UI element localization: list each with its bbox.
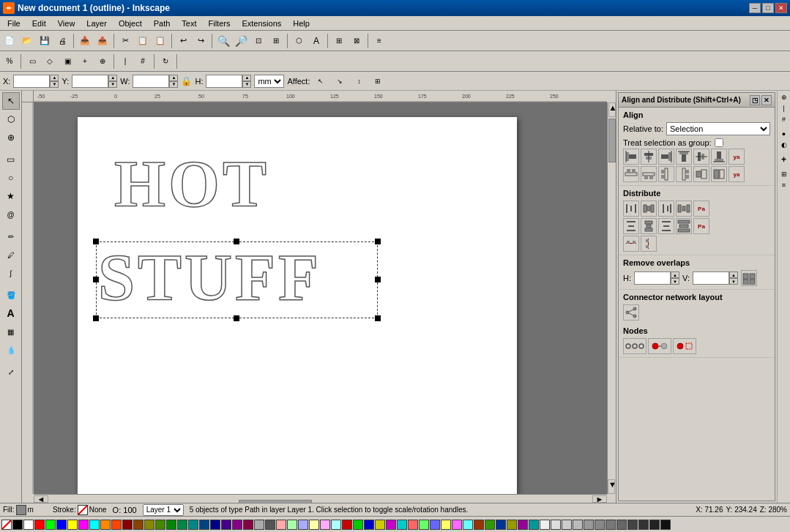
bucket-tool-button[interactable]: 🪣 xyxy=(2,286,20,304)
color-swatch-0000cc[interactable] xyxy=(364,520,374,530)
color-swatch-00cccc[interactable] xyxy=(397,520,407,530)
rts-color-button[interactable]: ● xyxy=(779,129,789,139)
dist-gaps-vert-button[interactable] xyxy=(676,218,692,234)
color-swatch-navy2[interactable] xyxy=(199,520,209,530)
y-input[interactable]: 237.422 xyxy=(72,75,108,88)
rts-fill-button[interactable]: ◐ xyxy=(779,140,789,150)
rts-snap-button[interactable]: ⊕ xyxy=(779,92,789,102)
text-tool-tb-button[interactable]: A xyxy=(308,33,324,49)
nodes-distribute-button[interactable] xyxy=(648,338,671,354)
color-swatch-111111[interactable] xyxy=(660,520,671,530)
minimize-button[interactable]: ─ xyxy=(749,3,761,13)
color-swatch-teal[interactable] xyxy=(188,520,198,530)
treat-as-group-checkbox[interactable] xyxy=(715,138,723,147)
color-swatch-990099[interactable] xyxy=(518,520,528,530)
print-button[interactable]: 🖨 xyxy=(54,33,70,49)
color-swatch-cccccc[interactable] xyxy=(562,520,572,530)
color-swatch-ffff66[interactable] xyxy=(441,520,451,530)
align-top-edges-button[interactable] xyxy=(676,149,692,165)
h-input[interactable]: 8.246 xyxy=(206,75,242,88)
color-swatch-ff6666[interactable] xyxy=(408,520,418,530)
gradient-tool-button[interactable]: ▦ xyxy=(2,323,20,340)
menu-filters[interactable]: Filters xyxy=(203,18,236,29)
horizontal-scrollbar[interactable]: ◄ ► xyxy=(34,494,607,503)
nodes-align-button[interactable] xyxy=(673,338,696,354)
rts-guide-button[interactable]: | xyxy=(779,103,789,113)
color-swatch-lightblue[interactable] xyxy=(298,520,308,530)
snap-midpoint-button[interactable]: + xyxy=(77,53,93,70)
color-swatch-olive[interactable] xyxy=(144,520,154,530)
dist-bottom-edges-button[interactable] xyxy=(658,218,674,234)
menu-object[interactable]: Object xyxy=(113,18,148,29)
overlap-h-down-button[interactable]: ▼ xyxy=(671,278,679,285)
text-tool-button[interactable]: A xyxy=(2,304,20,322)
menu-text[interactable]: Text xyxy=(176,18,202,29)
color-none-button[interactable] xyxy=(1,520,12,530)
dist-baseline-vert-button[interactable] xyxy=(641,236,657,252)
menu-path[interactable]: Path xyxy=(148,18,176,29)
color-swatch-999999[interactable] xyxy=(584,520,594,530)
canvas-scroll[interactable]: HOT STUFF xyxy=(34,102,607,494)
color-swatch-navy[interactable] xyxy=(210,520,220,530)
panel-detach-button[interactable]: ◳ xyxy=(750,95,760,105)
h-down-button[interactable]: ▼ xyxy=(242,81,251,88)
unit-select[interactable]: mm px pt in xyxy=(254,75,284,88)
color-swatch-444444[interactable] xyxy=(627,520,638,530)
color-swatch-6666ff[interactable] xyxy=(430,520,440,530)
calligraphy-tool-button[interactable]: ∫ xyxy=(2,264,20,282)
snap-center-button[interactable]: ⊕ xyxy=(94,53,111,70)
color-swatch-black[interactable] xyxy=(12,520,23,530)
pen-tool-button[interactable]: 🖊 xyxy=(2,246,20,263)
color-swatch-66ff66[interactable] xyxy=(419,520,429,530)
color-swatch-cccc00[interactable] xyxy=(375,520,385,530)
close-button[interactable]: ✕ xyxy=(775,3,787,13)
color-swatch-yellow[interactable] xyxy=(67,520,78,530)
align-dist-button[interactable]: ≡ xyxy=(371,33,387,49)
overlap-v-input[interactable]: 0.0 xyxy=(693,271,729,285)
spiral-tool-button[interactable]: @ xyxy=(2,206,20,223)
color-swatch-dddddd[interactable] xyxy=(551,520,561,530)
copy-button[interactable]: 📋 xyxy=(135,33,151,49)
star-tool-button[interactable]: ★ xyxy=(2,187,20,205)
color-swatch-777777[interactable] xyxy=(605,520,616,530)
color-swatch-lightred[interactable] xyxy=(276,520,286,530)
zoom-in-button[interactable]: 🔍 xyxy=(215,33,231,49)
color-swatch-666666[interactable] xyxy=(616,520,627,530)
menu-view[interactable]: View xyxy=(52,18,81,29)
y-up-button[interactable]: ▲ xyxy=(108,75,117,81)
node-editor-button[interactable]: ⬡ xyxy=(291,33,307,49)
align-bottom-anchor-button[interactable] xyxy=(676,166,692,182)
color-swatch-00cc00[interactable] xyxy=(353,520,363,530)
align-center-vertical-button[interactable] xyxy=(641,149,657,165)
menu-extensions[interactable]: Extensions xyxy=(236,18,287,29)
dist-pa-horiz-button[interactable]: Pa xyxy=(693,201,709,217)
x-up-button[interactable]: ▲ xyxy=(50,75,59,81)
align-bottom-edges-button[interactable] xyxy=(711,149,727,165)
redo-button[interactable]: ↪ xyxy=(193,33,209,49)
snap-grid-button[interactable]: # xyxy=(135,53,151,70)
color-swatch-lightpink[interactable] xyxy=(320,520,330,530)
import-button[interactable]: 📥 xyxy=(77,33,93,49)
vscroll-thumb[interactable] xyxy=(608,119,616,162)
color-swatch-cc00cc[interactable] xyxy=(386,520,396,530)
color-swatch-orange[interactable] xyxy=(100,520,111,530)
zoom-tool-button[interactable]: ⊕ xyxy=(2,129,20,146)
menu-help[interactable]: Help xyxy=(287,18,316,29)
color-swatch-bbbbbb[interactable] xyxy=(573,520,583,530)
maximize-button[interactable]: □ xyxy=(762,3,774,13)
color-swatch-66ffff[interactable] xyxy=(463,520,473,530)
affect-pos-button[interactable]: ↖ xyxy=(313,73,329,89)
dist-centers-vert-button[interactable] xyxy=(641,218,657,234)
snap-rotation-button[interactable]: ↻ xyxy=(157,53,174,70)
layer-select[interactable]: Layer 1 xyxy=(143,504,184,516)
color-swatch-009999[interactable] xyxy=(529,520,539,530)
hscroll-right-button[interactable]: ► xyxy=(592,495,607,503)
align-top-anchor-button[interactable] xyxy=(658,166,674,182)
rts-lines-button[interactable]: ≡ xyxy=(779,180,789,190)
relative-to-select[interactable]: Selection First selected Last selected L… xyxy=(666,122,770,135)
align-right-edges-button[interactable] xyxy=(658,149,674,165)
group-button[interactable]: ⊞ xyxy=(331,33,347,49)
dropper-tool-button[interactable]: 💧 xyxy=(2,341,20,359)
nodes-join-button[interactable] xyxy=(623,338,646,354)
color-swatch-teal2[interactable] xyxy=(177,520,187,530)
